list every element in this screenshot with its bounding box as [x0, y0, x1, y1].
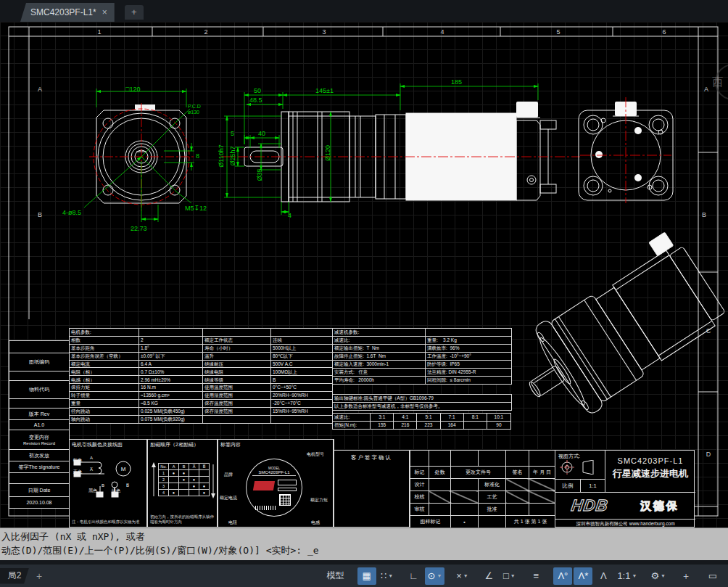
dim-side-50[interactable]: 50	[254, 87, 261, 94]
table-row: 基本步距角误差（空载）±0.09° 以下温升80℃以下	[70, 352, 333, 360]
table-cell: A̅	[189, 464, 199, 470]
front-view[interactable]	[84, 89, 194, 222]
command-line[interactable]: 入比例因子 (nX 或 nXP), 或者 动态(D)/范围(E)/上一个(P)/…	[0, 528, 728, 560]
excitation-arrow-up	[151, 461, 157, 499]
table-cell: 连续	[271, 336, 333, 344]
callout-resistance: 电阻	[228, 520, 237, 526]
table-cell: A	[169, 464, 179, 470]
table-cell: 防护等级: IP65	[426, 361, 512, 369]
status-osnap-tracking-button[interactable]: ×▼	[452, 567, 471, 585]
ortho-icon: ∟	[409, 570, 418, 581]
graphics-performance-icon: ▭	[708, 570, 717, 581]
status-grid-button[interactable]: ▦	[357, 567, 376, 585]
snap-mode-dropdown-icon[interactable]: ▼	[388, 573, 393, 578]
table-cell: 使用湿度范围	[203, 392, 271, 400]
status-snap-mode-button[interactable]: ∷▼	[378, 567, 397, 585]
table-row: 转子惯量≈13560 g.cm²使用湿度范围20%RH~90%RH	[70, 392, 333, 400]
table-cell: 15%RH~95%RH	[271, 407, 333, 415]
dim-side-dia120[interactable]: Ø120	[324, 137, 331, 169]
rear-view[interactable]	[579, 97, 673, 203]
table-cell: 6.4 A	[139, 360, 203, 368]
dim-side-185[interactable]: 185	[451, 78, 462, 86]
dim-side-dia25[interactable]: Ø25h7	[229, 140, 236, 172]
layout-tab[interactable]: 局2	[0, 568, 29, 584]
status-auto-annotate-button[interactable]: Λ*	[574, 567, 592, 585]
dim-front-key-width[interactable]: 8	[196, 152, 199, 160]
dim-side-40[interactable]: 40	[258, 130, 265, 137]
table-row: 平均寿命: 20000h回程间隙: ≤ 8arcmin	[333, 377, 512, 385]
table-cell	[271, 329, 333, 337]
dim-side-dia110[interactable]: Ø110h7	[218, 140, 225, 172]
status-annotation-scale-button[interactable]: Λ	[594, 567, 613, 585]
callout-torque: 额定力矩	[310, 497, 328, 504]
table-cell: 绝缘耐压	[203, 360, 271, 368]
dim-front-pcd[interactable]: P.C.Dø130	[188, 104, 201, 115]
status-bar: 局2 + 模型 ▦∷▼∟⊙▼×▼∠□▼≡Λ°Λ*Λ1:1▼⚙▼＋▭	[0, 565, 728, 587]
drawing-code-value	[9, 371, 70, 381]
table-cell: 1.8°	[139, 344, 203, 352]
callout-brand: 品牌	[224, 472, 233, 478]
dim-front-tap[interactable]: M5↧12	[185, 205, 207, 212]
status-dynamic-input-button[interactable]: ∠	[479, 567, 498, 585]
polar-tracking-dropdown-icon[interactable]: ▼	[437, 573, 442, 578]
scale-1-1-dropdown-icon[interactable]: ▼	[632, 573, 637, 578]
side-view[interactable]	[221, 83, 580, 215]
dim-side-4[interactable]: 4	[288, 212, 291, 219]
table-row: 故障停止扭矩: 1.6T Nm工作温度: -10°~+90°	[333, 353, 512, 361]
svg-text:1: 1	[97, 28, 101, 36]
new-layout-tab-button[interactable]: +	[36, 570, 42, 582]
date-label: 日期 Date	[9, 483, 70, 497]
table-cell: B̅	[199, 464, 210, 470]
table-cell: 以上参数适合标准型号减速机，非标型号仅供参考。	[333, 403, 512, 411]
layout-tabs: 局2 +	[0, 565, 42, 587]
dim-front-square[interactable]: □120	[125, 86, 140, 93]
status-graphics-performance-button[interactable]: ▭	[703, 567, 722, 585]
table-cell	[203, 329, 271, 337]
command-prompt-line1: 入比例因子 (nX 或 nXP), 或者	[1, 530, 728, 544]
isometric-view[interactable]	[500, 229, 728, 435]
status-scale-1-1-button[interactable]: 1:1▼	[614, 567, 640, 585]
dim-side-5[interactable]: 5	[231, 130, 234, 137]
dim-side-48-5[interactable]: 48.5	[249, 97, 262, 104]
table-cell: 2	[139, 336, 203, 344]
status-polar-tracking-button[interactable]: ⊙▼	[425, 567, 445, 585]
callout-current: 额定电流	[220, 495, 237, 501]
drawing-file-tab[interactable]: SMC4203PF-L1* ×	[20, 3, 115, 22]
audit-label: 审核	[410, 504, 429, 516]
table-cell: 输出轴键标准:圆头普通平键（A型）GB1096-79	[333, 395, 512, 403]
osnap-tracking-dropdown-icon[interactable]: ▼	[463, 573, 468, 578]
table-cell: ●	[199, 490, 210, 496]
reducer-ratio-table: 减速比:3:14:15:17:18:110:1扭矩(N.m):155216223…	[332, 413, 511, 430]
status-lineweight-button[interactable]: ≡	[526, 567, 545, 585]
new-drawing-tab-button[interactable]: +	[125, 5, 144, 20]
dim-side-145[interactable]: 145±1	[315, 87, 334, 94]
status-annotation-visibility-button[interactable]: Λ°	[553, 567, 572, 585]
status-toggle-icons: 模型 ▦∷▼∟⊙▼×▼∠□▼≡Λ°Λ*Λ1:1▼⚙▼＋▭	[322, 567, 728, 585]
revision-sidebar: 图纸编码 物料代码 版本 Rev A1.0 变更内容 Revision Reco…	[9, 341, 70, 509]
tab-close-icon[interactable]: ×	[102, 7, 107, 17]
dim-front-offset[interactable]: 22.73	[131, 225, 147, 232]
dynamic-input-icon: ∠	[485, 570, 494, 581]
table-row: No.ABA̅B̅	[159, 464, 210, 470]
viewcube[interactable]: 西	[711, 59, 728, 106]
table-cell: 16 N.m	[139, 384, 203, 392]
table-cell: 基本步距角	[70, 344, 139, 352]
table-cell: 保存湿度范围	[203, 407, 271, 415]
status-isolate-objects-button[interactable]: ＋	[677, 567, 695, 585]
dim-side-dia35[interactable]: Ø35	[256, 159, 263, 191]
table-cell: No.	[159, 464, 169, 470]
status-ortho-button[interactable]: ∟	[405, 567, 423, 585]
lead-b-color: 黑色	[88, 488, 97, 494]
table-cell: 减速比:	[333, 414, 371, 422]
isolate-objects-icon: ＋	[682, 570, 691, 583]
nameplate-cell: 标签内容 MODEL SMC4203PF-L1 电机型号 品牌 额定电流 额定力…	[218, 439, 334, 528]
status-object-snap-button[interactable]: □▼	[500, 567, 518, 585]
status-workspace-settings-button[interactable]: ⚙▼	[648, 567, 669, 585]
dim-front-corner-holes[interactable]: 4-ø8.5	[62, 209, 81, 216]
drawing-canvas[interactable]: 12 34 56 12 34 56 AB AB CD	[0, 22, 728, 528]
customer-confirm-label: 客户签字确认	[334, 451, 409, 461]
object-snap-dropdown-icon[interactable]: ▼	[510, 573, 516, 578]
model-space-button[interactable]: 模型	[322, 567, 349, 585]
workspace-settings-dropdown-icon[interactable]: ▼	[661, 573, 666, 578]
drawing-mark-box: ▪	[451, 516, 479, 528]
